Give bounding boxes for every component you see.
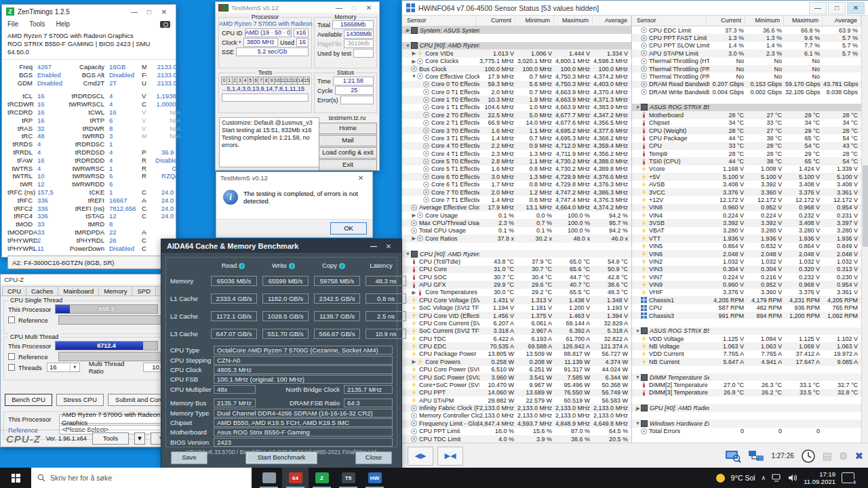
tm5-button-exit[interactable]: Exit: [319, 159, 377, 171]
column-header[interactable]: Current: [707, 16, 745, 26]
column-header[interactable]: Maximum: [554, 16, 593, 26]
minimize-button[interactable]: —: [366, 243, 381, 250]
sensor-row[interactable]: Bus Clock100.0 MHz100.0 MHz100.0 MHz100.…: [402, 65, 631, 73]
sensor-row[interactable]: Core 1 T0 Effective Cl...10.3 MHz1.9 MHz…: [402, 96, 631, 103]
sensor-row[interactable]: CPU EDC Limit37.3 %36.6 %66.8 %63.9 %: [632, 26, 861, 34]
sensor-row[interactable]: VDD Current7.765 A7.765 A37.412 A19.972 …: [632, 350, 861, 358]
sensor-section[interactable]: ▼DIMM Temperature Sensor: [632, 373, 861, 381]
sensor-row[interactable]: Total Errors000: [632, 428, 861, 435]
sensor-row[interactable]: Core 4 T1 Effective Cl...2.3 MHz1.3 MHz4…: [402, 150, 631, 157]
expand-icon[interactable]: ▼: [405, 43, 411, 49]
sensor-row[interactable]: Chassis3991 RPM894 RPM1,200 RPM1,092 RPM: [632, 312, 861, 319]
sensor-row[interactable]: VTT1.936 V1.936 V1.936 V1.936 V: [632, 235, 861, 242]
expand-icon[interactable]: ▼: [405, 251, 411, 257]
sensor-row[interactable]: CPU TDC6.422 A6.193 A61.700 A32.822 A: [402, 335, 631, 342]
sensor-row[interactable]: CPU Core Power (SVI2 T...6.510 W6.251 W9…: [402, 366, 631, 373]
ok-button[interactable]: OK: [330, 222, 367, 235]
close-button[interactable]: ✕: [361, 4, 376, 12]
expand-icon[interactable]: ▶: [635, 405, 641, 411]
sensor-row[interactable]: +12V12.172 V12.172 V12.172 V12.172 V: [632, 196, 861, 203]
column-header[interactable]: Minimum: [515, 16, 554, 26]
sensor-row[interactable]: VIN62.048 V2.048 V2.048 V2.048 V: [632, 250, 861, 258]
sensor-row[interactable]: Chipset34 °C33 °C34 °C34 °C: [632, 119, 861, 127]
column-header[interactable]: Current: [477, 16, 515, 26]
sensor-row[interactable]: NB Voltage1.063 V1.063 V1.069 V1.063 V: [632, 342, 861, 350]
sensor-row[interactable]: CPU587 RPM482 RPM936 RPM765 RPM: [632, 304, 861, 312]
column-header-sensor[interactable]: Sensor: [632, 16, 707, 26]
sensor-row[interactable]: Motherboard28 °C27 °C29 °C28 °C: [632, 111, 861, 119]
close-button[interactable]: ✕: [381, 243, 396, 250]
sensor-row[interactable]: Total CPU Usage0.1 %0.1 %100.0 %94.2 %: [402, 227, 631, 235]
sensor-row[interactable]: Core 4 T0 Effective Cl...2.2 MHz0.9 MHz4…: [402, 142, 631, 150]
sensor-row[interactable]: Core 5 T0 Effective Cl...2.8 MHz1.1 MHz4…: [402, 157, 631, 165]
aida64-titlebar[interactable]: AIDA64 Cache & Memory Benchmark — ✕: [161, 239, 401, 253]
column-header[interactable]: Average: [823, 16, 861, 26]
minimize-button[interactable]: —: [809, 2, 827, 14]
sensor-row[interactable]: Thermal Throttling (PRO...NoNoNo: [632, 65, 861, 73]
sensor-section[interactable]: ▼CPU [#0]: AMD Ryzen 7 ...: [402, 42, 631, 49]
sensor-row[interactable]: ▶Core Temperatures30.0 °C29.2 °C65.5 °C4…: [402, 289, 631, 296]
sensor-section[interactable]: ▶GPU [#0]: AMD Radeon ...: [632, 404, 861, 411]
sensor-row[interactable]: VIN40.224 V0.224 V0.232 V0.231 V: [632, 211, 861, 219]
sensor-row[interactable]: SoC Current (SVI2 TFN)3.318 A2.967 A6.39…: [402, 327, 631, 335]
sensor-row[interactable]: Memory Controller Clock ...2,133.0 MHz2,…: [402, 412, 631, 420]
sensor-row[interactable]: Thermal Throttling (HTC)NoNoNo: [632, 58, 861, 65]
sensor-row[interactable]: Infinity Fabric Clock (FCLK)2,133.0 MHz2…: [402, 404, 631, 411]
notification-center-icon[interactable]: 4: [842, 472, 854, 483]
sensor-row[interactable]: VIN50.864 V0.832 V0.864 V0.849 V: [632, 243, 861, 250]
sensor-row[interactable]: Core 2 T0 Effective Cl...22.5 MHz5.0 MHz…: [402, 111, 631, 119]
maximize-button[interactable]: □: [828, 2, 846, 14]
sensor-row[interactable]: CPU EDC70.535 A69.588 A126.942 A121.374 …: [402, 342, 631, 350]
column-header-sensor[interactable]: Sensor: [402, 16, 477, 26]
testmem5-titlebar[interactable]: TestMem5 v0.12 — □ ✕: [216, 2, 379, 13]
sensor-row[interactable]: CPU Core Current (SVI2 ...6.207 A6.061 A…: [402, 319, 631, 327]
sensor-row[interactable]: CPU Core31.0 °C30.7 °C65.6 °C50.9 °C: [402, 266, 631, 273]
sensor-row[interactable]: VHIF3.376 V3.360 V3.376 V3.361 V: [632, 289, 861, 296]
info-icon[interactable]: i: [339, 263, 345, 269]
test-number-box[interactable]: 15: [303, 77, 310, 85]
clock-icon[interactable]: [801, 449, 816, 464]
tab-spd[interactable]: SPD: [132, 286, 156, 296]
bench-cpu-button[interactable]: Bench CPU: [5, 394, 52, 406]
start-benchmark-button[interactable]: Start Benchmark: [245, 451, 317, 464]
sensor-row[interactable]: Core 7 T0 Effective Cl...2.0 MHz1.2 MHz4…: [402, 188, 631, 196]
sensor-row[interactable]: NB Current5.647 A4.941 A17.647 A9.085 A: [632, 358, 861, 365]
close-sensors-icon[interactable]: ✖: [854, 451, 863, 461]
close-button[interactable]: ✕: [157, 8, 172, 16]
sensor-row[interactable]: Average Effective Clock17.9 MHz13.1 MHz4…: [402, 204, 631, 211]
threads-checkbox[interactable]: [8, 364, 15, 371]
test-log[interactable]: Customize: Default @1usmus_v3Start testi…: [219, 117, 319, 167]
sensor-row[interactable]: Core+SoC Power (SVI2 T...10.470 W9.967 W…: [402, 381, 631, 388]
sensor-row[interactable]: CPU Package Power13.805 W13.509 W88.817 …: [402, 350, 631, 358]
close-button[interactable]: ✕: [847, 2, 865, 14]
sensor-row[interactable]: CPU TDC Limit4.0 %3.9 %38.6 %20.5 %: [402, 435, 631, 443]
expand-icon[interactable]: ▶: [411, 50, 417, 56]
sensor-row[interactable]: CPU PPT FAST Limit1.3 %1.3 %9.6 %5.7 %: [632, 34, 861, 41]
expand-icon[interactable]: ▶: [411, 58, 417, 64]
minimize-button[interactable]: —: [127, 8, 142, 16]
tm5-button-load-config-exit[interactable]: Load config & exit: [319, 147, 377, 159]
sensor-row[interactable]: VIN80.960 V0.952 V0.968 V0.954 V: [632, 204, 861, 211]
taskbar-clock[interactable]: 17:19 11.09.2021: [804, 470, 835, 485]
sensor-row[interactable]: Core 6 T1 Effective Cl...1.7 MHz0.8 MHz4…: [402, 181, 631, 188]
sensor-row[interactable]: 3VCC3.376 V3.360 V3.376 V3.361 V: [632, 188, 861, 196]
sensor-row[interactable]: VBAT3.280 V3.280 V3.280 V3.280 V: [632, 227, 861, 235]
reference-checkbox[interactable]: [8, 317, 15, 323]
screenshot-icon[interactable]: [160, 21, 170, 28]
expand-icon[interactable]: ▼: [635, 374, 641, 380]
sensor-row[interactable]: CPU SoC Power (SVI2 TFN)3.960 W3.541 W7.…: [402, 373, 631, 381]
expand-icon[interactable]: ▼: [635, 104, 641, 110]
expand-icon[interactable]: ▼: [635, 328, 641, 334]
sensor-section[interactable]: ▼ASUS ROG STRIX B550-F...: [632, 104, 861, 111]
column-header[interactable]: Minimum: [745, 16, 784, 26]
hwinfo-titlebar[interactable]: HWiNFO64 v7.06-4500 Sensor Status [53 va…: [402, 1, 868, 16]
sensor-row[interactable]: Core 6 T0 Effective Cl...3.0 MHz1.3 MHz4…: [402, 173, 631, 180]
expand-icon[interactable]: ▶: [411, 235, 417, 241]
sensor-row[interactable]: APU STAPM29.882 W22.579 W60.519 W56.583 …: [402, 396, 631, 404]
sensor-row[interactable]: ▶Core Ratios37.8 x30.2 x48.0 x46.0 x: [402, 235, 631, 242]
taskbar-app-hwinfo[interactable]: HW: [361, 468, 388, 488]
network-icon[interactable]: [772, 474, 782, 482]
column-header[interactable]: Maximum: [784, 16, 823, 26]
sensor-row[interactable]: CPU PPT14.060 W13.689 W76.550 W56.749 W: [402, 389, 631, 396]
sensor-row[interactable]: TSI0 (CPU)44 °C38 °C65 °C54 °C: [632, 157, 861, 165]
